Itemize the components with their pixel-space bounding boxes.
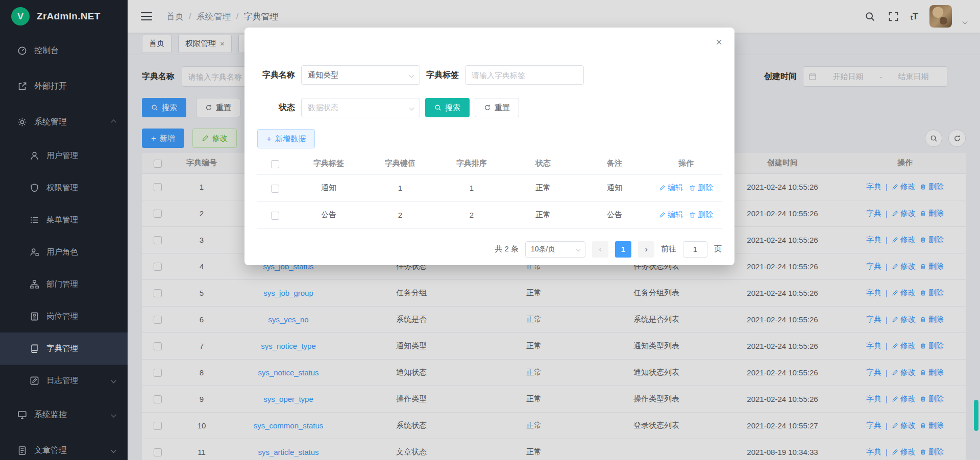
edit-link[interactable]: 编辑 [659,183,683,193]
col-header-dict-sort: 字典排序 [436,153,507,174]
cell-dict-label: 通知 [293,174,364,201]
cell-dict-value: 1 [364,174,436,201]
dialog-table-row: 公告 2 2 正常 公告 编辑 删除 [257,201,722,228]
page-size-select[interactable]: 10条/页 [525,241,585,258]
dialog-dict-name-label: 字典名称 [257,70,295,81]
dialog-add-data-button[interactable]: + 新增数据 [257,129,315,148]
dialog-filter-row-1: 字典名称 通知类型 字典标签 [257,65,722,85]
col-header-dict-value: 字典键值 [364,153,436,174]
row-actions: 编辑 删除 [650,202,722,228]
dialog-reset-button[interactable]: 重置 [475,98,519,117]
goto-label: 前往 [661,244,676,254]
dialog-dict-name-select[interactable]: 通知类型 [301,65,420,85]
dialog-add-row: + 新增数据 [257,129,722,148]
dialog-table-row: 通知 1 1 正常 通知 编辑 删除 [257,174,722,201]
col-header-actions: 操作 [650,153,722,174]
row-checkbox[interactable] [271,212,279,220]
cell-remark: 通知 [579,174,650,201]
cell-dict-sort: 1 [436,174,507,201]
row-checkbox[interactable] [271,185,279,193]
dialog-select-all-checkbox[interactable] [271,160,279,168]
chevron-down-icon [409,72,414,78]
dict-data-dialog: × 字典名称 通知类型 字典标签 状态 数据状态 搜索 重置 [244,28,734,265]
cell-dict-sort: 2 [436,201,507,228]
cell-dict-label: 公告 [293,201,364,228]
pagination-total: 共 2 条 [495,244,519,254]
delete-link[interactable]: 删除 [689,210,713,220]
page-button-1[interactable]: 1 [615,241,631,258]
page-scrollbar-thumb[interactable] [974,400,978,431]
cell-dict-value: 2 [364,201,436,228]
dialog-filter-row-2: 状态 数据状态 搜索 重置 [257,98,722,117]
screen: V ZrAdmin.NET 控制台 外部打开 系统管理 用户管理 权限管理 菜单… [0,0,980,460]
dialog-search-button[interactable]: 搜索 [425,98,470,117]
chevron-down-icon [409,105,414,110]
dialog-table: 字典标签 字典键值 字典排序 状态 备注 操作 通知 1 1 正常 通知 编辑 … [257,153,722,229]
col-header-remark: 备注 [579,153,650,174]
cell-status: 正常 [507,174,579,201]
cell-remark: 公告 [579,201,650,228]
col-header-status: 状态 [507,153,579,174]
col-header-dict-label: 字典标签 [293,153,364,174]
dialog-close-button[interactable]: × [716,37,722,48]
dialog-dict-label-input[interactable] [465,65,584,85]
goto-suffix: 页 [714,244,722,254]
goto-page-input[interactable] [683,241,707,258]
dialog-status-label: 状态 [257,103,295,113]
dialog-table-body: 通知 1 1 正常 通知 编辑 删除 公告 2 2 正常 公告 编辑 删除 [257,174,722,228]
row-actions: 编辑 删除 [650,175,722,201]
edit-link[interactable]: 编辑 [659,210,683,220]
pagination: 共 2 条 10条/页 ‹ 1 › 前往 页 [257,241,722,258]
dialog-dict-label-label: 字典标签 [426,70,459,81]
chevron-down-icon [576,247,580,251]
cell-status: 正常 [507,201,579,228]
next-page-button[interactable]: › [638,241,654,258]
dialog-status-select[interactable]: 数据状态 [301,98,420,117]
dialog-table-header-row: 字典标签 字典键值 字典排序 状态 备注 操作 [257,153,722,174]
delete-link[interactable]: 删除 [689,183,713,193]
prev-page-button[interactable]: ‹ [592,241,608,258]
